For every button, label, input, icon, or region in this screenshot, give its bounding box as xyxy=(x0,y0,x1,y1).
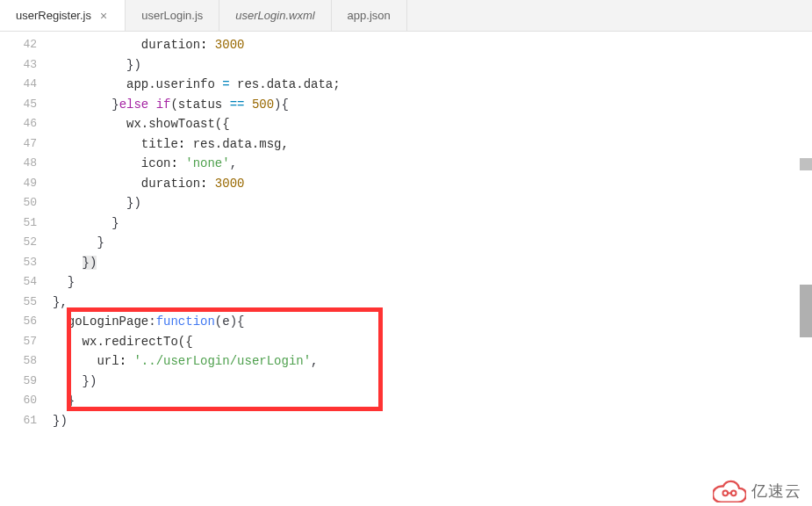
code-editor[interactable]: 42 43 44 45 46 47 48 49 50 51 52 53 54 5… xyxy=(0,32,812,506)
tab-user-register-js[interactable]: userRegister.js × xyxy=(0,0,126,31)
line-number: 57 xyxy=(0,332,53,352)
tab-label: userRegister.js xyxy=(16,9,91,22)
scroll-marker xyxy=(800,285,812,337)
code-line: duration: 3000 xyxy=(53,35,812,55)
line-number: 42 xyxy=(0,35,53,55)
code-line: } xyxy=(53,272,812,293)
code-content[interactable]: duration: 3000 }) app.userinfo = res.dat… xyxy=(53,32,812,506)
code-line: url: '../userLogin/userLogin', xyxy=(53,351,812,372)
code-line: }, xyxy=(53,293,812,313)
line-number: 47 xyxy=(0,134,53,155)
vertical-scrollbar[interactable] xyxy=(800,32,812,471)
code-line: } xyxy=(53,391,812,411)
code-line: wx.redirectTo({ xyxy=(53,332,812,352)
tab-app-json[interactable]: app.json xyxy=(332,0,407,31)
line-number: 46 xyxy=(0,114,53,134)
svg-point-1 xyxy=(731,491,737,496)
code-line: }else if(status == 500){ xyxy=(53,95,812,115)
line-number: 61 xyxy=(0,411,53,431)
code-line: icon: 'none', xyxy=(53,154,812,174)
code-line: duration: 3000 xyxy=(53,174,812,194)
line-number-gutter: 42 43 44 45 46 47 48 49 50 51 52 53 54 5… xyxy=(0,32,53,506)
line-number: 50 xyxy=(0,193,53,213)
line-number: 60 xyxy=(0,391,53,411)
code-line: app.userinfo = res.data.data; xyxy=(53,75,812,95)
tab-label: userLogin.js xyxy=(141,9,203,22)
line-number: 59 xyxy=(0,372,53,392)
code-line: title: res.data.msg, xyxy=(53,134,812,155)
line-number: 44 xyxy=(0,75,53,95)
line-number: 58 xyxy=(0,351,53,372)
tab-label: userLogin.wxml xyxy=(235,9,314,22)
line-number: 45 xyxy=(0,95,53,115)
code-line: } xyxy=(53,233,812,253)
code-line: }) xyxy=(53,253,812,273)
line-number: 52 xyxy=(0,233,53,253)
code-line: goLoginPage:function(e){ xyxy=(53,312,812,332)
svg-point-0 xyxy=(722,491,728,496)
line-number: 48 xyxy=(0,154,53,174)
line-number: 53 xyxy=(0,253,53,273)
close-icon[interactable]: × xyxy=(98,9,109,23)
cloud-logo-icon xyxy=(713,480,746,502)
code-line: }) xyxy=(53,372,812,392)
tab-user-login-js[interactable]: userLogin.js xyxy=(126,0,219,31)
line-number: 51 xyxy=(0,213,53,234)
code-line: } xyxy=(53,213,812,234)
line-number: 56 xyxy=(0,312,53,332)
tab-label: app.json xyxy=(348,9,391,22)
code-line: }) xyxy=(53,411,812,431)
code-line: wx.showToast({ xyxy=(53,114,812,134)
code-line: }) xyxy=(53,193,812,213)
line-number: 49 xyxy=(0,174,53,194)
line-number: 43 xyxy=(0,55,53,76)
code-line: }) xyxy=(53,55,812,76)
tab-bar: userRegister.js × userLogin.js userLogin… xyxy=(0,0,812,32)
line-number: 54 xyxy=(0,272,53,293)
watermark: 亿速云 xyxy=(713,480,801,502)
scroll-marker xyxy=(800,158,812,170)
line-number: 55 xyxy=(0,293,53,313)
watermark-text: 亿速云 xyxy=(751,481,801,502)
tab-user-login-wxml[interactable]: userLogin.wxml xyxy=(219,0,331,31)
